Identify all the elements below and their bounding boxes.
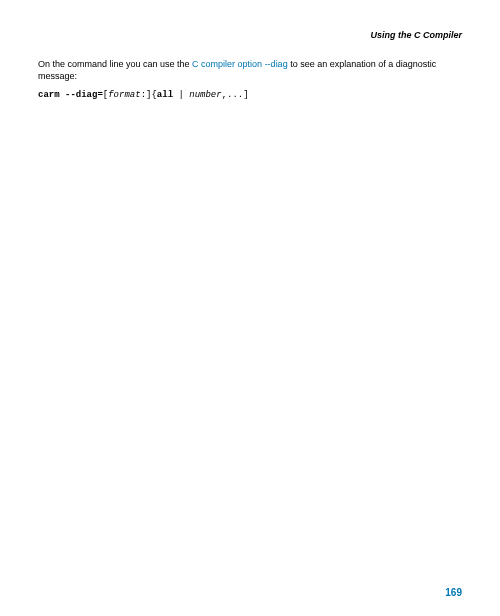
- code-cmd: carm --diag=: [38, 90, 103, 100]
- code-example: carm --diag=[format:]{all | number,...]: [38, 90, 462, 100]
- code-number: number: [189, 90, 221, 100]
- code-tail: ,...]: [222, 90, 249, 100]
- code-pipe: |: [173, 90, 189, 100]
- document-page: Using the C Compiler On the command line…: [0, 0, 500, 616]
- para-text-a: On the command line you can use the: [38, 59, 192, 69]
- page-header-title: Using the C Compiler: [38, 30, 462, 40]
- c-compiler-option-link[interactable]: C compiler option --diag: [192, 59, 288, 69]
- code-format: format: [108, 90, 140, 100]
- page-number: 169: [445, 587, 462, 598]
- code-all: all: [157, 90, 173, 100]
- body-paragraph: On the command line you can use the C co…: [38, 58, 462, 82]
